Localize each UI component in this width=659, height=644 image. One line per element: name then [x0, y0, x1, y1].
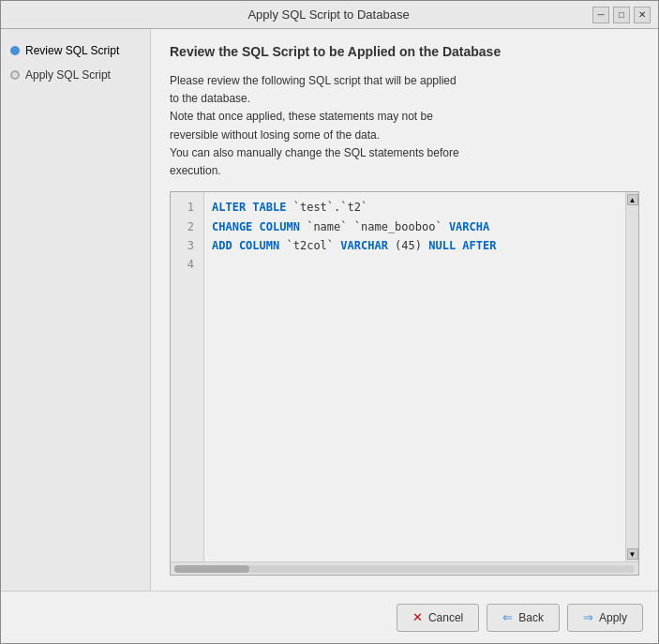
line-numbers: 1 2 3 4	[171, 192, 204, 562]
apply-icon: ⇒	[583, 610, 593, 624]
code-content[interactable]: ALTER TABLE `test`.`t2` CHANGE COLUMN `n…	[204, 192, 625, 562]
description: Please review the following SQL script t…	[170, 72, 639, 180]
sidebar: Review SQL Script Apply SQL Script	[1, 29, 151, 591]
back-button[interactable]: ⇐ Back	[487, 604, 560, 632]
scroll-up-btn[interactable]: ▲	[627, 194, 638, 205]
code-line-4	[212, 255, 618, 274]
close-button[interactable]: ✕	[634, 7, 651, 23]
sidebar-dot-active	[10, 46, 20, 55]
code-line-2: CHANGE COLUMN `name` `name_booboo` VARCH…	[212, 217, 618, 236]
window-title: Apply SQL Script to Database	[65, 7, 592, 22]
sidebar-item-review-sql-script[interactable]: Review SQL Script	[1, 38, 150, 63]
scrollbar-track	[174, 565, 635, 573]
window-body: Review SQL Script Apply SQL Script Revie…	[1, 29, 658, 591]
maximize-button[interactable]: □	[613, 7, 630, 23]
cancel-button[interactable]: ✕ Cancel	[397, 604, 479, 632]
main-window: Apply SQL Script to Database ─ □ ✕ Revie…	[0, 0, 659, 644]
main-title: Review the SQL Script to be Applied on t…	[170, 44, 639, 59]
editor-inner: 1 2 3 4 ALTER TABLE `test`.`t2` CHANGE C…	[171, 192, 638, 562]
sidebar-dot-inactive	[10, 70, 20, 80]
vertical-scrollbar[interactable]: ▲ ▼	[625, 192, 638, 562]
window-controls: ─ □ ✕	[592, 7, 651, 23]
cancel-icon: ✕	[412, 610, 423, 624]
horizontal-scrollbar[interactable]	[171, 562, 638, 575]
code-editor[interactable]: 1 2 3 4 ALTER TABLE `test`.`t2` CHANGE C…	[170, 191, 639, 576]
main-content: Review the SQL Script to be Applied on t…	[151, 29, 658, 591]
back-icon: ⇐	[502, 610, 513, 624]
sidebar-item-apply-sql-script[interactable]: Apply SQL Script	[1, 63, 150, 87]
apply-button[interactable]: ⇒ Apply	[567, 604, 643, 632]
title-bar: Apply SQL Script to Database ─ □ ✕	[1, 1, 658, 29]
scroll-down-btn[interactable]: ▼	[627, 548, 638, 560]
footer: ✕ Cancel ⇐ Back ⇒ Apply	[1, 591, 658, 643]
code-line-3: ADD COLUMN `t2col` VARCHAR (45) NULL AFT…	[212, 236, 618, 255]
code-line-1: ALTER TABLE `test`.`t2`	[212, 198, 618, 217]
minimize-button[interactable]: ─	[592, 7, 609, 23]
scrollbar-thumb[interactable]	[174, 565, 249, 573]
